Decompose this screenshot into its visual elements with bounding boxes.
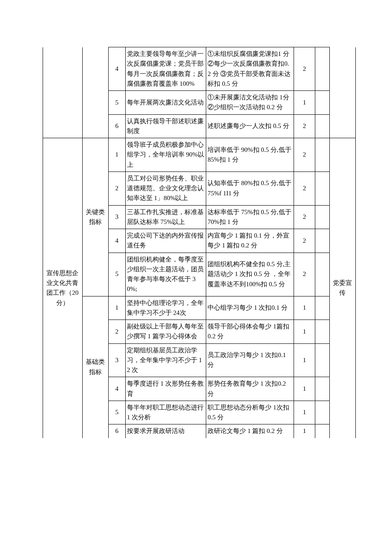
item-criteria: 中心组学习每少 1 次扣0.1 分 (206, 296, 294, 320)
blank-cell (315, 229, 330, 253)
item-score: 2 (294, 205, 315, 229)
item-content: 完成公司下达的内外宣传报道任务 (125, 229, 206, 253)
category-cell: 宣传思想企业文化共青团工作（20分） (43, 138, 83, 438)
item-content: 团组织机构健全，每季度至少组织一次主题活动，团员青年参与率每次不低于 30%; (125, 253, 206, 296)
category-cell-empty (43, 47, 83, 138)
item-number: 4 (108, 229, 125, 253)
item-score: 2 (294, 171, 315, 205)
blank-cell (315, 47, 330, 91)
blank-cell (315, 424, 330, 438)
group-key-cell: 关键类指标 (82, 138, 108, 296)
dept-cell-empty (329, 47, 355, 138)
item-score: 2 (294, 138, 315, 172)
item-score: 1 (294, 401, 315, 424)
table-row: 4 党政主要领导每年至少讲一次反腐倡廉党课；党员干部每月一次反腐倡廉教育；反腐倡… (43, 47, 356, 91)
item-number: 1 (108, 138, 125, 172)
item-score: 1 (294, 296, 315, 320)
item-score: 1 (294, 320, 315, 344)
item-content: 副处级以上干部每人每年至少撰写 1 篇学习心得体会 (125, 320, 206, 344)
item-content: 每季度进行 1 次形势任务教育 (125, 377, 206, 401)
item-number: 5 (108, 401, 125, 424)
blank-cell (315, 377, 330, 401)
blank-cell (315, 91, 330, 115)
item-content: 每半年对职工思想动态进行 1 次分析 (125, 401, 206, 424)
blank-cell (315, 320, 330, 344)
item-score: 1 (294, 343, 315, 377)
item-criteria: ①未开展廉洁文化活动扣 1分 ②少组织一次活动扣 0.2 分 (206, 91, 294, 115)
item-number: 4 (108, 47, 125, 91)
document-page: 4 党政主要领导每年至少讲一次反腐倡廉党课；党员干部每月一次反腐倡廉教育；反腐倡… (0, 0, 392, 555)
item-criteria: 达标率低于 75%扣 0.5 分,低于 70%扣 1 分 (206, 205, 294, 229)
item-content: 坚持中心组理论学习，全年集中学习不少于 24次 (125, 296, 206, 320)
item-content: 党政主要领导每年至少讲一次反腐倡廉党课；党员干部每月一次反腐倡廉教育；反腐倡廉教… (125, 47, 206, 91)
blank-cell (315, 401, 330, 424)
item-criteria: 培训率低于 90%扣 0.5 分,低于 85%扣 1 分 (206, 138, 294, 172)
item-number: 3 (108, 205, 125, 229)
blank-cell (315, 138, 330, 172)
item-number: 3 (108, 343, 125, 377)
item-criteria: ①未组织反腐倡廉党课扣1 分 ②每少一次反腐倡廉教育扣0.2 分 ③党员干部受教… (206, 47, 294, 91)
assessment-table: 4 党政主要领导每年至少讲一次反腐倡廉党课；党员干部每月一次反腐倡廉教育；反腐倡… (43, 47, 356, 438)
item-score: 2 (294, 47, 315, 91)
item-content: 三基工作扎实推进，标准基层队达标率 75%以上 (125, 205, 206, 229)
item-criteria: 员工政治学习每少 1 次扣0.1 分 (206, 343, 294, 377)
item-number: 1 (108, 296, 125, 320)
item-criteria: 述职述廉每少一人次扣 0.5 分 (206, 114, 294, 138)
dept-cell: 党委宣传 (329, 138, 355, 438)
item-content: 按要求开展政研活动 (125, 424, 206, 438)
item-criteria: 形势任务教育每少 1 次扣0.2 分 (206, 377, 294, 401)
table-row: 基础类指标 1 坚持中心组理论学习，全年集中学习不少于 24次 中心组学习每少 … (43, 296, 356, 320)
item-score: 1 (294, 424, 315, 438)
item-number: 2 (108, 171, 125, 205)
item-number: 5 (108, 253, 125, 296)
item-score: 1 (294, 377, 315, 401)
item-content: 定期组织基层员工政治学习，全年集中学习不少于 12 次 (125, 343, 206, 377)
item-number: 6 (108, 424, 125, 438)
item-score: 2 (294, 114, 315, 138)
item-score: 2 (294, 229, 315, 253)
blank-cell (315, 205, 330, 229)
item-number: 6 (108, 114, 125, 138)
group-base-cell: 基础类指标 (82, 296, 108, 438)
item-criteria: 团组织机构不健全扣 0.5 分,主题活动少 1 次扣 0.5 分 ，全年覆盖率达… (206, 253, 294, 296)
item-criteria: 内宣每少 1 篇扣 0.1 分，外宣每少 1 篇扣 0.2 分 (206, 229, 294, 253)
item-criteria: 领导干部心得体会每少 1篇扣 0.2 分 (206, 320, 294, 344)
item-content: 员工对公司形势任务、职业道德规范、企业文化理念认知率达至 1」80%以上 (125, 171, 206, 205)
item-content: 每年开展两次廉洁文化活动 (125, 91, 206, 115)
item-score: 2 (294, 253, 315, 296)
item-number: 5 (108, 91, 125, 115)
item-criteria: 认知率低于 80%扣 0.5 分,低于 75%f 1I1 分 (206, 171, 294, 205)
item-content: 领导班子成员积极参加中心组学习，全年培训率 90%以上 (125, 138, 206, 172)
blank-cell (315, 296, 330, 320)
item-number: 2 (108, 320, 125, 344)
blank-cell (315, 253, 330, 296)
blank-cell (315, 114, 330, 138)
blank-cell (315, 171, 330, 205)
item-criteria: 职工思想动态分析每少 1次扣 0.5 分 (206, 401, 294, 424)
item-criteria: 政研论文每少 1 篇扣 0.2 分 (206, 424, 294, 438)
blank-cell (315, 343, 330, 377)
item-content: 认真执行领导干部述职述廉制度 (125, 114, 206, 138)
item-score: 1 (294, 91, 315, 115)
item-number: 4 (108, 377, 125, 401)
group-cell-empty (82, 47, 108, 138)
table-row: 宣传思想企业文化共青团工作（20分） 关键类指标 1 领导班子成员积极参加中心组… (43, 138, 356, 172)
